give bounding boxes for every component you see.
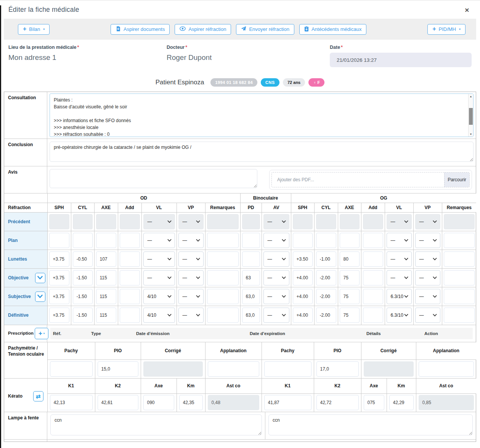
add-og-input[interactable] bbox=[363, 289, 383, 304]
cyl-od-input[interactable] bbox=[73, 289, 93, 304]
vp-og-select[interactable]: — bbox=[415, 251, 440, 267]
add-od-input[interactable] bbox=[120, 214, 140, 229]
cyl-og-input[interactable] bbox=[316, 289, 336, 304]
pid-mh-button[interactable]: + PID/MH ▾ bbox=[427, 24, 466, 35]
remarques-og-input[interactable] bbox=[444, 270, 475, 285]
applanation-og-input[interactable] bbox=[419, 361, 474, 377]
cyl-og-input[interactable] bbox=[316, 214, 336, 229]
pio-og-input[interactable] bbox=[316, 361, 359, 377]
add-od-input[interactable] bbox=[120, 233, 140, 248]
consultation-scrollbar[interactable]: ▲ ▼ bbox=[468, 94, 473, 137]
axe-og-input[interactable] bbox=[340, 251, 360, 267]
vl-od-select[interactable]: — bbox=[143, 251, 175, 267]
av-select[interactable]: — bbox=[263, 308, 289, 323]
axe-og-input[interactable] bbox=[364, 395, 384, 410]
close-icon[interactable]: ✕ bbox=[462, 6, 472, 15]
vl-og-select[interactable]: 6.3/10 bbox=[387, 289, 412, 304]
remarques-og-input[interactable] bbox=[444, 214, 475, 229]
vp-og-select[interactable]: — bbox=[415, 233, 440, 248]
pdf-upload-zone[interactable]: Ajouter des PDF... Parcourir bbox=[269, 170, 472, 190]
add-og-input[interactable] bbox=[363, 308, 383, 323]
vl-og-select[interactable]: — bbox=[387, 251, 412, 267]
conclusion-textarea[interactable]: pré-opératoire chirurgie de la cataracte… bbox=[50, 142, 474, 162]
vl-od-select[interactable]: 4/10 bbox=[143, 308, 175, 323]
vl-od-select[interactable]: 4/10 bbox=[143, 289, 175, 304]
pd-input[interactable] bbox=[242, 308, 260, 323]
cyl-og-input[interactable] bbox=[316, 270, 336, 285]
sph-og-input[interactable] bbox=[293, 214, 313, 229]
pd-input[interactable] bbox=[242, 270, 260, 285]
sph-od-input[interactable] bbox=[49, 214, 69, 229]
axe-og-input[interactable] bbox=[340, 270, 360, 285]
sph-od-input[interactable] bbox=[49, 233, 69, 248]
lieu-value[interactable]: Mon adresse 1 bbox=[8, 53, 167, 62]
axe-od-input[interactable] bbox=[96, 233, 116, 248]
axe-od-input[interactable] bbox=[96, 289, 116, 304]
add-od-input[interactable] bbox=[120, 289, 140, 304]
sph-od-input[interactable] bbox=[49, 308, 69, 323]
cyl-og-input[interactable] bbox=[316, 251, 336, 267]
remarques-od-input[interactable] bbox=[207, 233, 239, 248]
k1-og-input[interactable] bbox=[264, 395, 311, 410]
antecedents-medicaux-button[interactable]: Antécédents médicaux bbox=[299, 24, 367, 35]
pio-od-input[interactable] bbox=[98, 361, 138, 377]
remarques-og-input[interactable] bbox=[444, 233, 475, 248]
remarques-od-input[interactable] bbox=[207, 270, 239, 285]
add-og-input[interactable] bbox=[363, 270, 383, 285]
remarques-og-input[interactable] bbox=[444, 251, 475, 267]
scroll-down-arrow-icon[interactable]: ▼ bbox=[469, 132, 473, 137]
km-og-input[interactable] bbox=[389, 395, 414, 410]
sph-og-input[interactable] bbox=[293, 251, 313, 267]
remarques-od-input[interactable] bbox=[207, 214, 239, 229]
docteur-value[interactable]: Roger Dupont bbox=[167, 53, 330, 62]
pd-input[interactable] bbox=[242, 214, 260, 229]
date-input[interactable]: 21/01/2026 13:27 bbox=[330, 53, 472, 67]
add-od-input[interactable] bbox=[120, 308, 140, 323]
vp-og-select[interactable]: — bbox=[415, 289, 440, 304]
k1-od-input[interactable] bbox=[50, 395, 93, 410]
vp-og-select[interactable]: — bbox=[415, 270, 440, 285]
axe-od-input[interactable] bbox=[96, 251, 116, 267]
cyl-od-input[interactable] bbox=[73, 251, 93, 267]
axe-od-input[interactable] bbox=[143, 395, 174, 410]
vp-od-select[interactable]: — bbox=[178, 233, 204, 248]
vl-od-select[interactable]: — bbox=[143, 270, 175, 285]
sph-od-input[interactable] bbox=[49, 251, 69, 267]
vp-od-select[interactable]: — bbox=[178, 289, 204, 304]
axe-og-input[interactable] bbox=[340, 308, 360, 323]
expand-row-button[interactable] bbox=[35, 292, 45, 302]
pachy-og-input[interactable] bbox=[264, 361, 311, 377]
vp-od-select[interactable]: — bbox=[178, 270, 204, 285]
remarques-og-input[interactable] bbox=[444, 289, 475, 304]
vl-og-select[interactable]: — bbox=[387, 214, 412, 229]
bilan-button[interactable]: + Bilan ▾ bbox=[18, 24, 50, 35]
sph-od-input[interactable] bbox=[49, 270, 69, 285]
add-og-input[interactable] bbox=[363, 214, 383, 229]
sph-og-input[interactable] bbox=[293, 308, 313, 323]
cyl-og-input[interactable] bbox=[316, 233, 336, 248]
browse-button[interactable]: Parcourir bbox=[444, 172, 469, 187]
remarques-od-input[interactable] bbox=[207, 289, 239, 304]
vp-od-select[interactable]: — bbox=[178, 251, 204, 267]
av-select[interactable]: — bbox=[263, 270, 289, 285]
add-og-input[interactable] bbox=[363, 251, 383, 267]
scroll-up-arrow-icon[interactable]: ▲ bbox=[469, 94, 473, 99]
sph-og-input[interactable] bbox=[293, 233, 313, 248]
aspirer-documents-button[interactable]: Aspirer documents bbox=[111, 24, 170, 35]
pd-input[interactable] bbox=[242, 233, 260, 248]
axe-od-input[interactable] bbox=[96, 308, 116, 323]
envoyer-refraction-button[interactable]: Envoyer réfraction bbox=[236, 24, 294, 35]
cyl-og-input[interactable] bbox=[316, 308, 336, 323]
pd-input[interactable] bbox=[242, 289, 260, 304]
lampe-og-textarea[interactable]: ccn bbox=[268, 414, 473, 435]
vl-og-select[interactable]: 6.3/10 bbox=[387, 308, 412, 323]
km-od-input[interactable] bbox=[179, 395, 203, 410]
axe-og-input[interactable] bbox=[340, 214, 360, 229]
swap-icon[interactable]: ⇄ bbox=[33, 391, 43, 401]
vp-od-select[interactable]: — bbox=[178, 214, 204, 229]
k2-od-input[interactable] bbox=[98, 395, 138, 410]
aspirer-refraction-button[interactable]: Aspirer réfraction bbox=[175, 24, 231, 35]
sph-og-input[interactable] bbox=[293, 270, 313, 285]
remarques-od-input[interactable] bbox=[207, 251, 239, 267]
av-select[interactable]: — bbox=[263, 289, 289, 304]
